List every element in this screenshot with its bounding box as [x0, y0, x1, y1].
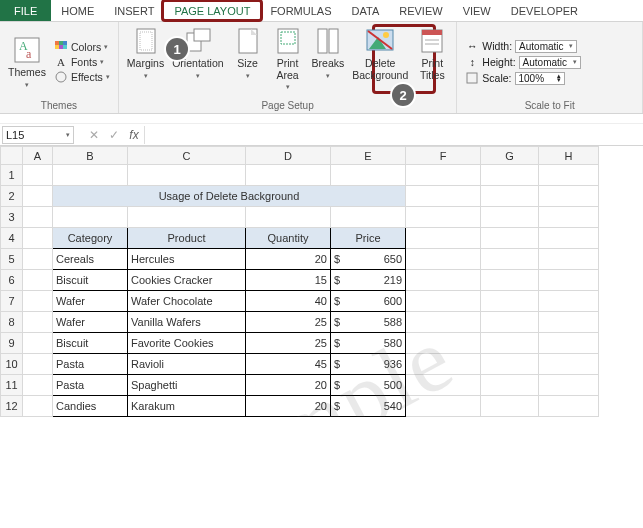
cell[interactable]	[539, 270, 599, 291]
table-cell[interactable]: Spaghetti	[128, 375, 246, 396]
cell[interactable]	[481, 165, 539, 186]
table-cell[interactable]: Ravioli	[128, 354, 246, 375]
width-dropdown[interactable]: Automatic▾	[515, 40, 577, 53]
table-cell[interactable]: Wafer	[53, 291, 128, 312]
col-header-H[interactable]: H	[539, 147, 599, 165]
table-cell[interactable]: Karakum	[128, 396, 246, 417]
table-cell[interactable]: $600	[331, 291, 406, 312]
table-title[interactable]: Usage of Delete Background	[53, 186, 406, 207]
cell[interactable]	[481, 354, 539, 375]
table-header[interactable]: Price	[331, 228, 406, 249]
tab-view[interactable]: VIEW	[453, 0, 501, 21]
table-header[interactable]: Product	[128, 228, 246, 249]
col-header-A[interactable]: A	[23, 147, 53, 165]
table-cell[interactable]: Cereals	[53, 249, 128, 270]
row-header-10[interactable]: 10	[1, 354, 23, 375]
cell[interactable]	[23, 396, 53, 417]
table-cell[interactable]: $588	[331, 312, 406, 333]
row-header-1[interactable]: 1	[1, 165, 23, 186]
cell[interactable]	[331, 207, 406, 228]
cell[interactable]	[406, 333, 481, 354]
col-header-E[interactable]: E	[331, 147, 406, 165]
cell[interactable]	[406, 396, 481, 417]
margins-button[interactable]: Margins▾	[123, 24, 168, 100]
table-cell[interactable]: Pasta	[53, 354, 128, 375]
tab-page-layout[interactable]: PAGE LAYOUT	[164, 0, 260, 21]
row-header-2[interactable]: 2	[1, 186, 23, 207]
cell[interactable]	[481, 186, 539, 207]
size-button[interactable]: Size▾	[228, 24, 268, 100]
fx-button[interactable]: fx	[124, 128, 144, 142]
table-cell[interactable]: Wafer Chocolate	[128, 291, 246, 312]
table-header[interactable]: Category	[53, 228, 128, 249]
cell[interactable]	[23, 333, 53, 354]
cell[interactable]	[539, 249, 599, 270]
cell[interactable]	[406, 354, 481, 375]
table-cell[interactable]: $219	[331, 270, 406, 291]
col-header-G[interactable]: G	[481, 147, 539, 165]
cell[interactable]	[23, 165, 53, 186]
cell[interactable]	[481, 375, 539, 396]
cell[interactable]	[539, 291, 599, 312]
accept-formula-button[interactable]: ✓	[104, 128, 124, 142]
table-cell[interactable]: Biscuit	[53, 270, 128, 291]
table-cell[interactable]: Favorite Cookies	[128, 333, 246, 354]
table-cell[interactable]: $580	[331, 333, 406, 354]
table-cell[interactable]: $936	[331, 354, 406, 375]
select-all-cell[interactable]	[1, 147, 23, 165]
cell[interactable]	[246, 165, 331, 186]
cell[interactable]	[406, 186, 481, 207]
themes-button[interactable]: Aa Themes ▾	[4, 24, 50, 100]
table-cell[interactable]: 20	[246, 396, 331, 417]
cell[interactable]	[23, 270, 53, 291]
cell[interactable]	[53, 165, 128, 186]
cell[interactable]	[406, 291, 481, 312]
col-header-B[interactable]: B	[53, 147, 128, 165]
print-titles-button[interactable]: Print Titles	[412, 24, 452, 100]
tab-review[interactable]: REVIEW	[389, 0, 452, 21]
table-cell[interactable]: 45	[246, 354, 331, 375]
table-cell[interactable]: Biscuit	[53, 333, 128, 354]
tab-home[interactable]: HOME	[51, 0, 104, 21]
table-cell[interactable]: 40	[246, 291, 331, 312]
cell[interactable]	[23, 375, 53, 396]
table-cell[interactable]: 15	[246, 270, 331, 291]
fonts-button[interactable]: AFonts ▾	[54, 55, 110, 69]
cell[interactable]	[23, 354, 53, 375]
table-cell[interactable]: Vanilla Wafers	[128, 312, 246, 333]
row-header-12[interactable]: 12	[1, 396, 23, 417]
row-header-7[interactable]: 7	[1, 291, 23, 312]
table-cell[interactable]: Hercules	[128, 249, 246, 270]
cell[interactable]	[128, 165, 246, 186]
cell[interactable]	[246, 207, 331, 228]
breaks-button[interactable]: Breaks▾	[308, 24, 349, 100]
table-cell[interactable]: Candies	[53, 396, 128, 417]
row-header-3[interactable]: 3	[1, 207, 23, 228]
cell[interactable]	[23, 291, 53, 312]
cell[interactable]	[406, 207, 481, 228]
cell[interactable]	[539, 333, 599, 354]
cell[interactable]	[539, 207, 599, 228]
row-header-11[interactable]: 11	[1, 375, 23, 396]
cancel-formula-button[interactable]: ✕	[84, 128, 104, 142]
row-header-4[interactable]: 4	[1, 228, 23, 249]
cell[interactable]	[481, 396, 539, 417]
cell[interactable]	[406, 165, 481, 186]
cell[interactable]	[23, 249, 53, 270]
tab-file[interactable]: FILE	[0, 0, 51, 21]
table-cell[interactable]: 25	[246, 312, 331, 333]
table-cell[interactable]: 20	[246, 375, 331, 396]
cell[interactable]	[331, 165, 406, 186]
cell[interactable]	[539, 228, 599, 249]
cell[interactable]	[53, 207, 128, 228]
cell[interactable]	[539, 354, 599, 375]
cell[interactable]	[481, 333, 539, 354]
table-cell[interactable]: 20	[246, 249, 331, 270]
height-dropdown[interactable]: Automatic▾	[519, 56, 581, 69]
table-cell[interactable]: Cookies Cracker	[128, 270, 246, 291]
colors-button[interactable]: Colors ▾	[54, 40, 110, 54]
tab-data[interactable]: DATA	[342, 0, 390, 21]
cell[interactable]	[406, 270, 481, 291]
cell[interactable]	[128, 207, 246, 228]
col-header-C[interactable]: C	[128, 147, 246, 165]
